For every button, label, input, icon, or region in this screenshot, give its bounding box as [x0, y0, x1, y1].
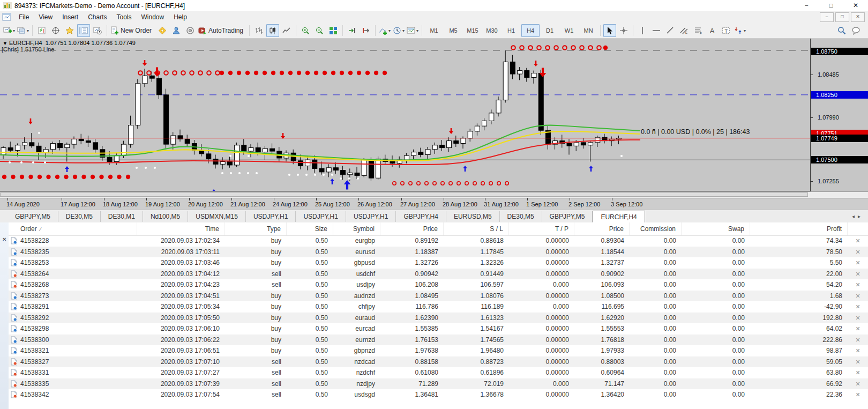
autotrading-button[interactable]: AutoTrading	[198, 24, 246, 37]
metaeditor-button[interactable]	[156, 24, 169, 37]
order-row-41538291[interactable]: 415382912020.09.03 17:05:34buy0.50chfjpy…	[9, 301, 868, 313]
order-row-41538264[interactable]: 415382642020.09.03 17:04:12sell0.50usdch…	[9, 269, 868, 280]
text-label-button[interactable]: T	[720, 24, 732, 37]
column-header-size[interactable]: Size	[287, 222, 333, 235]
order-row-41538342[interactable]: 415383422020.09.03 17:07:54sell0.50usdsg…	[9, 389, 868, 400]
chart-collapse-icon[interactable]: ▼	[3, 41, 8, 46]
chart-tab-nd100-m5[interactable]: Nd100,M5	[143, 211, 188, 222]
indicators-button[interactable]: ▾	[378, 24, 391, 37]
new-chart-button[interactable]: ▾	[3, 24, 16, 37]
timeframe-button-m1[interactable]: M1	[425, 24, 443, 37]
column-header-symbol[interactable]: Symbol	[333, 222, 380, 235]
navigator-button[interactable]	[63, 24, 76, 37]
auto-scroll-button[interactable]	[346, 24, 358, 37]
speaker-button[interactable]	[184, 24, 197, 37]
order-row-41538298[interactable]: 415382982020.09.03 17:06:10buy0.50eurcad…	[9, 323, 868, 334]
menu-item-view[interactable]: View	[34, 11, 57, 23]
close-order-button[interactable]: ✕	[848, 389, 868, 400]
strategy-tester-button[interactable]	[91, 24, 104, 37]
close-order-button[interactable]: ✕	[848, 334, 868, 346]
chart-plot[interactable]: 0.0 ñ | 0.00 USD | 0.0% | 25 | 186:43	[0, 39, 810, 191]
column-header-price[interactable]: Price	[380, 222, 444, 235]
timeframe-button-mn[interactable]: MN	[579, 24, 597, 37]
close-order-button[interactable]: ✕	[848, 367, 868, 378]
close-order-button[interactable]: ✕	[848, 269, 868, 280]
toolbox-close-button[interactable]: ✕	[2, 236, 6, 242]
tile-windows-button[interactable]	[327, 24, 340, 37]
timeframe-button-m15[interactable]: M15	[463, 24, 482, 37]
line-chart-button[interactable]	[280, 24, 293, 37]
profiles-button[interactable]: ▾	[17, 24, 29, 37]
bar-chart-button[interactable]	[252, 24, 265, 37]
menu-item-window[interactable]: Window	[137, 11, 169, 23]
cursor-button[interactable]	[603, 24, 616, 37]
close-order-button[interactable]: ✕	[848, 279, 868, 291]
search-button[interactable]	[835, 24, 848, 37]
zoom-in-button[interactable]	[299, 24, 312, 37]
crosshair-button[interactable]	[617, 24, 630, 37]
timeframe-button-d1[interactable]: D1	[541, 24, 559, 37]
chart-restore-button[interactable]: □	[835, 12, 849, 22]
column-header-price[interactable]: Price	[574, 222, 630, 235]
tab-scroll-arrows[interactable]: ◂▸	[852, 213, 868, 219]
vertical-line-button[interactable]	[636, 24, 649, 37]
order-row-41538273[interactable]: 415382732020.09.03 17:04:51buy0.50audnzd…	[9, 291, 868, 302]
chart-tab-de30-m5[interactable]: DE30,M5	[58, 211, 101, 222]
column-header-sl[interactable]: S / L	[444, 222, 509, 235]
timeframe-button-h1[interactable]: H1	[502, 24, 520, 37]
horizontal-line-button[interactable]	[650, 24, 663, 37]
timeframe-button-w1[interactable]: W1	[560, 24, 578, 37]
menu-item-charts[interactable]: Charts	[83, 11, 111, 23]
timeframe-button-m5[interactable]: M5	[444, 24, 462, 37]
text-tool-button[interactable]: A	[706, 24, 719, 37]
close-order-button[interactable]: ✕	[848, 345, 868, 356]
close-order-button[interactable]: ✕	[848, 323, 868, 334]
chart-tab-usdjpy-h1[interactable]: USDJPY,H1	[246, 211, 296, 222]
candlestick-chart-button[interactable]	[266, 24, 279, 37]
chart-shift-button[interactable]	[360, 24, 372, 37]
terminal-button[interactable]	[77, 24, 90, 37]
order-row-41538321[interactable]: 415383212020.09.03 17:06:51buy0.50gbpnzd…	[9, 345, 868, 356]
minimize-button[interactable]: −	[794, 0, 819, 11]
chart-tab-eurchf-h4[interactable]: EURCHF,H4	[593, 211, 645, 223]
scrollbar-thumb[interactable]	[0, 192, 808, 197]
order-row-41538331[interactable]: 415383312020.09.03 17:07:27sell0.50nzdch…	[9, 367, 868, 378]
chart-tab-eurusd-m5[interactable]: EURUSD,M5	[446, 211, 500, 222]
close-order-button[interactable]: ✕	[848, 313, 868, 324]
chart-tab-usdjpy-h1[interactable]: USDJPY,H1	[346, 211, 396, 222]
new-order-button[interactable]: New Order	[110, 24, 155, 37]
data-window-button[interactable]	[49, 24, 62, 37]
chart-horizontal-scrollbar[interactable]	[0, 191, 868, 198]
close-order-button[interactable]: ✕	[848, 378, 868, 390]
chart-tab-gbpjpy-m5[interactable]: GBPJPY,M5	[8, 211, 58, 222]
column-header-profit[interactable]: Profit	[750, 222, 848, 235]
chart-tab-gbpjpy-h4[interactable]: GBPJPY,H4	[396, 211, 446, 222]
zoom-out-button[interactable]	[313, 24, 326, 37]
order-row-41538228[interactable]: 415382282020.09.03 17:02:34buy0.50eurgbp…	[9, 235, 868, 247]
close-order-button[interactable]: ✕	[848, 291, 868, 302]
close-button[interactable]: ✕	[843, 0, 868, 11]
order-row-41538335[interactable]: 415383352020.09.03 17:07:39sell0.50nzdjp…	[9, 378, 868, 390]
chart-area[interactable]: 0.0 ñ | 0.00 USD | 0.0% | 25 | 186:43 ▼E…	[0, 39, 868, 191]
fibonacci-button[interactable]: F	[692, 24, 705, 37]
chart-tab-usdmxn-m15[interactable]: USDMXN,M15	[188, 211, 246, 222]
chart-tab-usdjpy-h1[interactable]: USDJPY,H1	[296, 211, 346, 222]
menu-item-file[interactable]: File	[14, 11, 34, 23]
order-row-41538253[interactable]: 415382532020.09.03 17:03:46buy0.50gbpusd…	[9, 257, 868, 269]
order-row-41538268[interactable]: 415382682020.09.03 17:04:23sell0.50usdjp…	[9, 279, 868, 291]
order-row-41538235[interactable]: 415382352020.09.03 17:03:11buy0.50eurusd…	[9, 247, 868, 258]
periods-button[interactable]: ▾	[392, 24, 405, 37]
close-order-button[interactable]: ✕	[848, 301, 868, 313]
chart-tab-gbpjpy-m5[interactable]: GBPJPY,M5	[542, 211, 593, 222]
equidistant-channel-button[interactable]: E	[678, 24, 691, 37]
column-header-commission[interactable]: Commission	[630, 222, 682, 235]
time-axis[interactable]: 14 Aug 202017 Aug 12:0018 Aug 12:0019 Au…	[0, 198, 868, 210]
menu-item-tools[interactable]: Tools	[112, 11, 137, 23]
close-order-button[interactable]: ✕	[848, 247, 868, 258]
order-row-41538300[interactable]: 415383002020.09.03 17:06:22buy0.50eurnzd…	[9, 334, 868, 346]
order-row-41538327[interactable]: 415383272020.09.03 17:07:10sell0.50nzdca…	[9, 356, 868, 368]
chart-close-button[interactable]: ✕	[851, 12, 865, 22]
close-order-button[interactable]: ✕	[848, 356, 868, 368]
arrows-tool-button[interactable]: ▾	[734, 24, 746, 37]
close-order-button[interactable]: ✕	[848, 257, 868, 269]
